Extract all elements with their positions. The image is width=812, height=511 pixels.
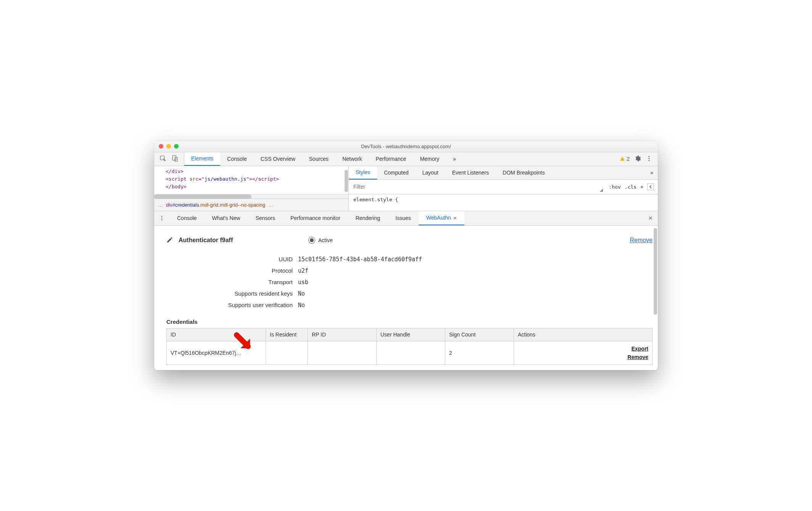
content-scrollbar[interactable] (652, 226, 658, 370)
drawer-tab-rendering[interactable]: Rendering (348, 211, 388, 225)
drawer-tab-whats-new[interactable]: What's New (204, 211, 248, 225)
edit-icon[interactable] (166, 236, 173, 244)
close-window-button[interactable] (159, 144, 163, 149)
svg-point-6 (161, 216, 163, 217)
toggle-sidebar-icon[interactable] (647, 183, 654, 190)
tab-layout[interactable]: Layout (416, 166, 445, 179)
devtools-window: DevTools - webauthndemo.appspot.com/ Ele… (154, 141, 658, 370)
styles-panel: Styles Computed Layout Event Listeners D… (349, 166, 658, 211)
dom-horizontal-scrollbar[interactable] (154, 194, 348, 199)
active-radio[interactable] (308, 237, 315, 244)
tab-console[interactable]: Console (220, 152, 253, 166)
warnings-badge[interactable]: 2 (620, 156, 630, 162)
tab-network[interactable]: Network (335, 152, 369, 166)
authenticator-properties: UUID15c01f56-785f-43b4-ab58-4facd60f9aff… (166, 256, 652, 309)
cell-is-resident (266, 341, 308, 365)
svg-point-4 (649, 158, 650, 159)
new-style-rule-button[interactable]: + (640, 184, 643, 190)
col-is-resident: Is Resident (266, 328, 308, 341)
svg-point-8 (161, 219, 163, 220)
styles-toolbar: :hov .cls + (349, 180, 658, 194)
svg-point-3 (649, 156, 650, 157)
credentials-table: ID Is Resident RP ID User Handle Sign Co… (166, 328, 652, 365)
titlebar: DevTools - webauthndemo.appspot.com/ (154, 141, 658, 152)
element-style-rule[interactable]: element.style { (349, 194, 658, 205)
tab-sources[interactable]: Sources (302, 152, 335, 166)
col-id: ID (167, 328, 266, 341)
drawer-tab-bar: Console What's New Sensors Performance m… (154, 211, 658, 226)
hov-toggle[interactable]: :hov (609, 184, 621, 190)
more-menu-icon[interactable] (646, 155, 652, 163)
close-drawer-icon[interactable]: × (643, 211, 658, 225)
elements-panel: </div> <script src="js/webauthn.js"></sc… (154, 166, 658, 211)
col-rp-id: RP ID (308, 328, 377, 341)
cell-rp-id (308, 341, 377, 365)
tab-computed[interactable]: Computed (377, 166, 416, 179)
col-user-handle: User Handle (377, 328, 445, 341)
svg-rect-1 (172, 155, 176, 160)
tab-performance[interactable]: Performance (369, 152, 413, 166)
table-row: VT+Ql516ObcpKRM2En67j… 2 Export Remove (167, 341, 652, 365)
drawer-tab-issues[interactable]: Issues (388, 211, 418, 225)
maximize-window-button[interactable] (174, 144, 179, 149)
table-header-row: ID Is Resident RP ID User Handle Sign Co… (167, 328, 652, 341)
dom-tree[interactable]: </div> <script src="js/webauthn.js"></sc… (154, 166, 349, 211)
active-label: Active (318, 237, 333, 243)
authenticator-header: Authenticator f9aff Active Remove (166, 236, 652, 244)
remove-authenticator-link[interactable]: Remove (630, 237, 652, 244)
cell-actions: Export Remove (514, 341, 652, 365)
tab-css-overview[interactable]: CSS Overview (254, 152, 302, 166)
drawer-menu-icon[interactable] (154, 211, 169, 225)
col-sign-count: Sign Count (445, 328, 514, 341)
breadcrumb[interactable]: … div#credentials.mdl-grid.mdl-grid--no-… (154, 199, 348, 211)
styles-tabs-overflow[interactable]: » (646, 166, 658, 179)
inspect-tools (154, 152, 184, 166)
styles-filter-input[interactable] (349, 180, 425, 194)
drawer-tab-sensors[interactable]: Sensors (248, 211, 283, 225)
inspect-element-icon[interactable] (160, 155, 166, 163)
authenticator-name: Authenticator f9aff (179, 237, 308, 244)
tab-styles[interactable]: Styles (349, 166, 377, 179)
drawer-tab-webauthn[interactable]: WebAuthn × (419, 211, 464, 225)
window-title: DevTools - webauthndemo.appspot.com/ (154, 144, 658, 149)
close-tab-icon[interactable]: × (453, 215, 457, 221)
tabs-overflow[interactable]: » (446, 152, 463, 166)
svg-point-5 (649, 160, 650, 161)
device-toggle-icon[interactable] (172, 155, 179, 163)
export-credential-link[interactable]: Export (518, 344, 648, 353)
dom-vertical-scrollbar[interactable] (344, 166, 348, 193)
drawer-tab-console[interactable]: Console (169, 211, 204, 225)
cell-sign-count: 2 (445, 341, 514, 365)
tab-event-listeners[interactable]: Event Listeners (445, 166, 496, 179)
tab-elements[interactable]: Elements (184, 152, 220, 166)
settings-icon[interactable] (634, 155, 641, 163)
col-actions: Actions (514, 328, 652, 341)
cls-toggle[interactable]: .cls (625, 184, 636, 190)
traffic-lights (159, 144, 179, 149)
minimize-window-button[interactable] (166, 144, 171, 149)
webauthn-panel: Authenticator f9aff Active Remove UUID15… (154, 226, 658, 370)
main-tab-bar: Elements Console CSS Overview Sources Ne… (154, 152, 658, 166)
cell-user-handle (377, 341, 445, 365)
dom-source: </div> <script src="js/webauthn.js"></sc… (154, 166, 348, 194)
filter-resize-icon (600, 189, 603, 192)
remove-credential-link[interactable]: Remove (518, 353, 648, 361)
drawer-tab-performance-monitor[interactable]: Performance monitor (283, 211, 348, 225)
svg-point-7 (161, 218, 163, 219)
cell-id: VT+Ql516ObcpKRM2En67j… (167, 341, 266, 365)
styles-tab-bar: Styles Computed Layout Event Listeners D… (349, 166, 658, 180)
credentials-heading: Credentials (166, 319, 652, 325)
tab-memory[interactable]: Memory (413, 152, 446, 166)
tab-dom-breakpoints[interactable]: DOM Breakpoints (496, 166, 551, 179)
